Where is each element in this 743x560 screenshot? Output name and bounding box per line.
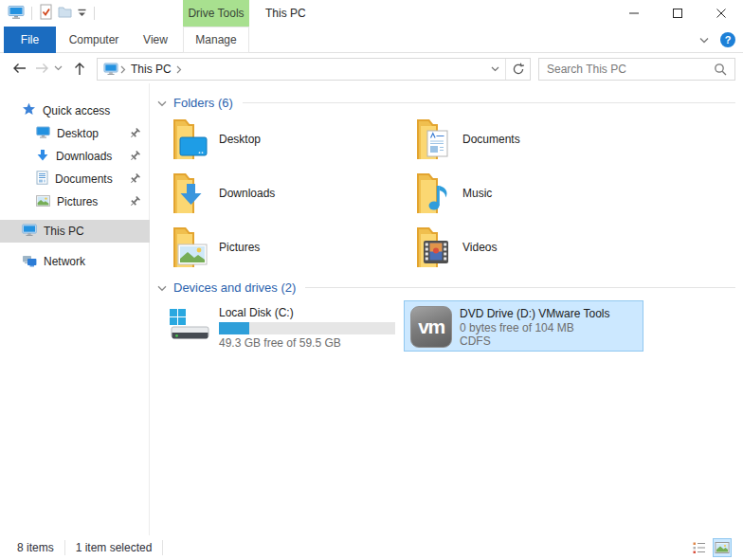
window-controls <box>612 0 743 27</box>
sidebar-item-documents[interactable]: Documents <box>0 168 150 190</box>
download-arrow-icon <box>36 149 49 165</box>
folder-tile-downloads[interactable]: Downloads <box>160 168 400 219</box>
drive-free-space: 0 bytes free of 104 MB <box>460 321 637 334</box>
contextual-tab-group-drive-tools: Drive Tools <box>183 0 249 27</box>
toolbar-separator <box>94 7 95 20</box>
group-divider <box>243 102 735 103</box>
sidebar-item-label: Desktop <box>57 127 99 140</box>
maximize-button[interactable] <box>656 0 699 27</box>
sidebar-item-label: Downloads <box>56 150 112 163</box>
tab-file[interactable]: File <box>4 27 56 53</box>
pictures-folder-icon <box>166 225 209 271</box>
title-bar: Drive Tools This PC <box>0 0 743 27</box>
sidebar-item-network[interactable]: Network <box>0 250 150 273</box>
items-count: 8 items <box>17 541 54 554</box>
group-divider <box>305 287 735 288</box>
disk-usage-fill <box>219 322 249 334</box>
sidebar-item-label: Documents <box>55 172 113 186</box>
up-button[interactable] <box>68 57 91 80</box>
chevron-down-icon[interactable] <box>157 97 167 110</box>
tab-manage[interactable]: Manage <box>183 27 249 53</box>
window-title: This PC <box>265 0 306 27</box>
sidebar-item-pictures[interactable]: Pictures <box>0 190 150 213</box>
explorer-body: Quick access Desktop Downloads <box>0 83 743 535</box>
this-pc-icon <box>8 5 25 23</box>
drives-grid: Local Disk (C:) 49.3 GB free of 59.5 GB … <box>160 300 643 352</box>
file-list-pane: Folders (6) Desktop Documents <box>151 83 743 535</box>
new-folder-button[interactable] <box>58 5 72 22</box>
document-icon <box>36 171 48 188</box>
toolbar-separator <box>31 7 32 20</box>
ribbon-tab-row: File Computer View Manage ? <box>0 27 743 53</box>
expand-ribbon-button[interactable] <box>696 32 713 47</box>
chevron-down-icon <box>699 33 709 46</box>
recent-locations-button[interactable] <box>50 57 65 80</box>
view-toggle-buttons <box>690 535 732 560</box>
breadcrumb-this-pc[interactable]: This PC <box>131 63 172 76</box>
sidebar-item-quick-access[interactable]: Quick access <box>0 99 150 122</box>
selection-count: 1 item selected <box>76 541 153 554</box>
customize-toolbar-button[interactable] <box>77 7 87 21</box>
folder-label: Pictures <box>219 241 260 254</box>
videos-folder-icon <box>409 225 453 271</box>
drive-filesystem: CDFS <box>460 334 637 348</box>
folder-label: Downloads <box>219 187 275 200</box>
folder-tile-desktop[interactable]: Desktop <box>160 114 400 165</box>
documents-folder-icon <box>409 117 453 163</box>
folders-group-header[interactable]: Folders (6) <box>157 95 735 111</box>
back-button[interactable] <box>8 57 30 80</box>
folder-tile-pictures[interactable]: Pictures <box>160 222 400 273</box>
folder-label: Documents <box>462 133 520 146</box>
status-bar: 8 items 1 item selected <box>0 535 743 560</box>
drive-name: Local Disk (C:) <box>219 306 394 320</box>
folder-label: Videos <box>462 241 497 254</box>
drive-tile-dvd-vmware-tools[interactable]: vm DVD Drive (D:) VMware Tools 0 bytes f… <box>404 300 643 352</box>
folder-tile-videos[interactable]: Videos <box>404 222 643 273</box>
sidebar-item-this-pc[interactable]: This PC <box>0 220 150 243</box>
address-dropdown-button[interactable] <box>484 59 505 80</box>
navigation-pane: Quick access Desktop Downloads <box>0 83 150 535</box>
details-view-button[interactable] <box>690 538 709 557</box>
folder-label: Desktop <box>219 133 261 146</box>
hard-drive-icon <box>166 306 211 347</box>
breadcrumb-chevron-icon <box>176 65 182 74</box>
properties-button[interactable] <box>39 4 53 23</box>
minimize-button[interactable] <box>612 0 656 27</box>
sidebar-item-downloads[interactable]: Downloads <box>0 145 150 168</box>
music-folder-icon <box>409 171 453 217</box>
tab-computer[interactable]: Computer <box>59 27 129 53</box>
sidebar-item-label: Network <box>44 255 85 268</box>
file-explorer-window: Drive Tools This PC File Computer View M… <box>0 0 743 560</box>
star-icon <box>22 102 36 119</box>
help-button[interactable]: ? <box>720 32 735 47</box>
sidebar-item-label: Pictures <box>57 195 98 208</box>
folder-tile-documents[interactable]: Documents <box>404 114 643 165</box>
refresh-button[interactable] <box>505 59 530 80</box>
folder-tile-music[interactable]: Music <box>404 168 643 219</box>
computer-icon <box>103 63 118 76</box>
drives-group-header[interactable]: Devices and drives (2) <box>157 280 735 296</box>
monitor-icon <box>36 126 50 142</box>
folders-grid: Desktop Documents Downloads <box>160 114 643 273</box>
pin-icon <box>129 196 140 210</box>
chevron-down-icon[interactable] <box>157 281 167 295</box>
disk-usage-bar <box>219 322 395 334</box>
drive-tile-local-disk[interactable]: Local Disk (C:) 49.3 GB free of 59.5 GB <box>160 300 400 352</box>
desktop-folder-icon <box>166 117 209 163</box>
folders-group-title: Folders (6) <box>173 96 233 110</box>
status-separator <box>64 540 65 555</box>
folder-label: Music <box>462 187 492 200</box>
close-button[interactable] <box>699 0 743 27</box>
large-icons-view-button[interactable] <box>713 538 732 557</box>
search-box <box>538 58 735 81</box>
sidebar-item-desktop[interactable]: Desktop <box>0 122 150 145</box>
tab-view[interactable]: View <box>132 27 179 53</box>
navigation-bar: This PC <box>0 54 743 83</box>
network-icon <box>22 254 37 270</box>
drives-group-title: Devices and drives (2) <box>173 280 296 295</box>
drive-free-space: 49.3 GB free of 59.5 GB <box>219 336 394 351</box>
sidebar-item-label: Quick access <box>43 104 110 117</box>
search-input[interactable] <box>539 63 714 76</box>
search-icon[interactable] <box>714 63 727 76</box>
address-bar[interactable]: This PC <box>97 58 531 81</box>
